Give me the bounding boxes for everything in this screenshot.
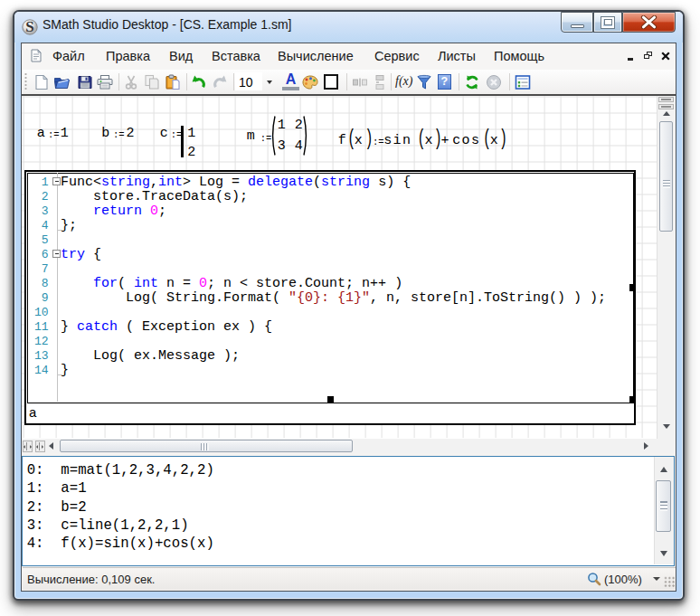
svg-text:S: S (25, 19, 33, 35)
